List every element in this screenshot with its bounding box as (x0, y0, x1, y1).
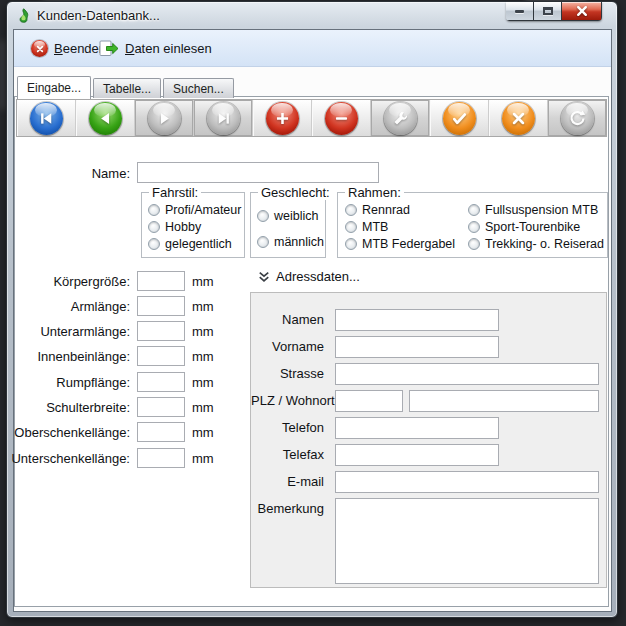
rahmen-mtb-federgabel-radio[interactable]: MTB Federgabel (345, 237, 455, 251)
vorname-label: Vorname (251, 339, 324, 354)
nav-first-button[interactable] (17, 100, 76, 136)
strasse-label: Strasse (251, 366, 324, 381)
armlaenge-input[interactable] (137, 296, 185, 316)
measurement-row: Oberschenkellänge: mm (15, 422, 255, 442)
name-input[interactable] (137, 162, 379, 183)
fahrstil-hobby-label: Hobby (165, 220, 201, 234)
nav-edit-button (371, 100, 430, 136)
geschlecht-weiblich-radio[interactable]: weiblich (257, 209, 318, 223)
window-title: Kunden-Datenbank... (37, 8, 160, 23)
radio-circle-icon (468, 221, 480, 233)
innenbeinlaenge-label: Innenbeinlänge: (5, 349, 130, 364)
unit-label: mm (192, 375, 214, 390)
tab-tabelle-label: Tabelle... (103, 82, 151, 96)
nav-refresh-button (548, 100, 606, 136)
rahmen-fullsuspension-radio[interactable]: Fullsuspension MTB (468, 203, 598, 217)
geschlecht-maennlich-label: männlich (274, 235, 324, 249)
rahmen-groupbox: Rahmen: Rennrad MTB MTB Federgabel (337, 192, 608, 258)
adressdaten-title: Adressdaten... (276, 269, 360, 284)
desktop-background: Kunden-Datenbank... (0, 0, 626, 626)
minimize-button[interactable] (506, 2, 534, 21)
load-data-button[interactable]: Daten einlesen (94, 36, 217, 61)
strasse-input[interactable] (335, 363, 599, 385)
name-label: Name: (15, 166, 130, 181)
bemerkung-textarea[interactable] (335, 498, 599, 584)
innenbeinlaenge-input[interactable] (137, 346, 185, 366)
radio-circle-icon (345, 221, 357, 233)
adressdaten-panel: Namen Vorname Strasse PLZ / Wohnort (250, 292, 607, 588)
unit-label: mm (192, 451, 214, 466)
fahrstil-gelegentlich-radio[interactable]: gelegentlich (148, 237, 232, 251)
rahmen-mtb-radio[interactable]: MTB (345, 220, 388, 234)
email-label: E-mail (251, 474, 324, 489)
schulterbreite-label: Schulterbreite: (5, 400, 130, 415)
read-data-icon (99, 40, 119, 57)
nav-post-button[interactable] (430, 100, 489, 136)
rahmen-trekking-radio[interactable]: Trekking- o. Reiserad (468, 237, 604, 251)
unterarmlaenge-input[interactable] (137, 321, 185, 341)
app-flame-icon (16, 8, 31, 23)
rumpflaenge-label: Rumpflänge: (5, 375, 130, 390)
plz-input[interactable] (335, 390, 403, 412)
rahmen-mtb-federgabel-label: MTB Federgabel (362, 237, 455, 251)
tab-suchen[interactable]: Suchen... (163, 78, 234, 98)
rahmen-trekking-label: Trekking- o. Reiserad (485, 237, 604, 251)
rahmen-group-title: Rahmen: (345, 185, 404, 200)
tab-suchen-label: Suchen... (173, 82, 224, 96)
nav-delete-button[interactable] (312, 100, 371, 136)
geschlecht-maennlich-radio[interactable]: männlich (257, 235, 324, 249)
measurement-row: Armlänge: mm (15, 296, 255, 316)
fahrstil-groupbox: Fahrstil: Profi/Amateur Hobby gelegentli… (141, 192, 245, 258)
rahmen-sport-tourenbike-radio[interactable]: Sport-Tourenbike (468, 220, 580, 234)
tab-eingabe-label: Eingabe... (27, 81, 81, 95)
telefon-input[interactable] (335, 417, 499, 439)
quit-stop-icon (31, 40, 48, 57)
edit-record-wrench-icon (384, 102, 417, 135)
rahmen-rennrad-radio[interactable]: Rennrad (345, 203, 410, 217)
fahrstil-profi-label: Profi/Amateur (165, 203, 241, 217)
rumpflaenge-input[interactable] (137, 372, 185, 392)
tab-tabelle[interactable]: Tabelle... (93, 78, 161, 98)
email-input[interactable] (335, 471, 599, 493)
telefon-label: Telefon (251, 420, 324, 435)
adressdaten-header[interactable]: Adressdaten... (258, 269, 360, 284)
schulterbreite-input[interactable] (137, 397, 185, 417)
close-button[interactable] (561, 2, 602, 21)
maximize-icon (543, 7, 553, 15)
radio-circle-icon (345, 238, 357, 250)
next-record-icon (148, 102, 181, 135)
caption-buttons (506, 2, 602, 21)
radio-circle-icon (148, 238, 160, 250)
fahrstil-profi-radio[interactable]: Profi/Amateur (148, 203, 241, 217)
tab-bar: Eingabe... Tabelle... Suchen... (17, 75, 236, 98)
cancel-edit-x-icon (502, 102, 535, 135)
telefax-label: Telefax (251, 447, 324, 462)
first-record-icon (30, 102, 63, 135)
telefax-input[interactable] (335, 444, 499, 466)
nav-cancel-button[interactable] (489, 100, 548, 136)
window-titlebar[interactable]: Kunden-Datenbank... (7, 2, 617, 29)
maximize-button[interactable] (533, 2, 562, 21)
fahrstil-hobby-radio[interactable]: Hobby (148, 220, 201, 234)
radio-circle-icon (257, 236, 269, 248)
namen-label: Namen (251, 312, 324, 327)
unit-label: mm (192, 400, 214, 415)
last-record-icon (207, 102, 240, 135)
koerpergroesse-input[interactable] (137, 271, 185, 291)
fahrstil-group-title: Fahrstil: (149, 185, 201, 200)
geschlecht-groupbox: Geschlecht: weiblich männlich (250, 192, 326, 258)
radio-circle-icon (468, 238, 480, 250)
vorname-input[interactable] (335, 336, 499, 358)
tab-eingabe[interactable]: Eingabe... (17, 76, 91, 99)
app-window: Kunden-Datenbank... (6, 1, 618, 618)
nav-prior-button[interactable] (76, 100, 135, 136)
namen-input[interactable] (335, 309, 499, 331)
oberschenkellaenge-input[interactable] (137, 422, 185, 442)
unit-label: mm (192, 349, 214, 364)
unterschenkellaenge-input[interactable] (137, 448, 185, 468)
wohnort-input[interactable] (409, 390, 599, 412)
nav-insert-button[interactable] (253, 100, 312, 136)
nav-next-button (135, 100, 194, 136)
minimize-icon (515, 10, 524, 13)
fahrstil-gelegentlich-label: gelegentlich (165, 237, 232, 251)
